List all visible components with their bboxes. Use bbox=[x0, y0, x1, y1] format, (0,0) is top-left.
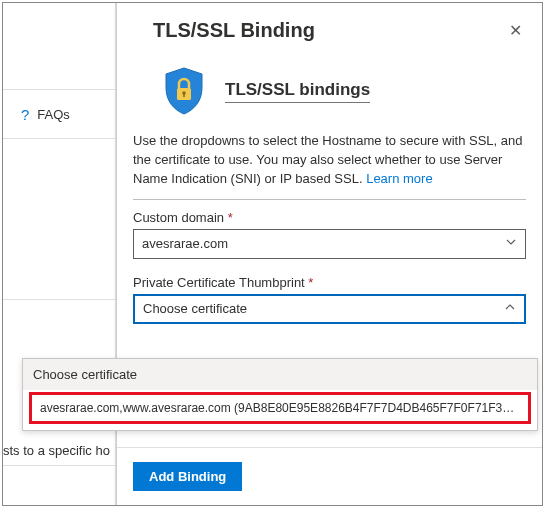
tls-ssl-binding-panel: TLS/SSL Binding ✕ TLS/SSL bindings Use t… bbox=[116, 3, 542, 505]
faqs-row[interactable]: ? FAQs bbox=[3, 89, 115, 139]
thumbprint-select[interactable]: Choose certificate bbox=[133, 294, 526, 324]
faqs-label: FAQs bbox=[37, 107, 70, 122]
dropdown-header: Choose certificate bbox=[23, 359, 537, 390]
bg-truncated-text: sts to a specific ho bbox=[3, 443, 110, 458]
question-icon: ? bbox=[21, 106, 29, 123]
thumbprint-dropdown: Choose certificate avesrarae.com,www.ave… bbox=[22, 358, 538, 431]
thumbprint-label: Private Certificate Thumbprint * bbox=[133, 275, 526, 290]
close-icon[interactable]: ✕ bbox=[509, 21, 522, 40]
panel-title: TLS/SSL Binding bbox=[153, 19, 315, 42]
chevron-down-icon bbox=[505, 236, 517, 251]
panel-header: TLS/SSL Binding ✕ bbox=[117, 3, 542, 54]
desc-text: Use the dropdowns to select the Hostname… bbox=[133, 133, 523, 186]
panel-subheader: TLS/SSL bindings bbox=[133, 54, 526, 128]
custom-domain-value: avesrarae.com bbox=[142, 236, 228, 251]
chevron-up-icon bbox=[504, 301, 516, 316]
panel-footer: Add Binding bbox=[117, 447, 542, 505]
required-marker: * bbox=[308, 275, 313, 290]
bg-divider-bottom bbox=[3, 465, 115, 466]
panel-description: Use the dropdowns to select the Hostname… bbox=[133, 128, 526, 195]
required-marker: * bbox=[228, 210, 233, 225]
svg-rect-2 bbox=[183, 93, 185, 97]
panel-divider bbox=[133, 199, 526, 200]
shield-lock-icon bbox=[163, 66, 205, 116]
add-binding-button[interactable]: Add Binding bbox=[133, 462, 242, 491]
custom-domain-label: Custom domain * bbox=[133, 210, 526, 225]
custom-domain-label-text: Custom domain bbox=[133, 210, 224, 225]
dropdown-item[interactable]: avesrarae.com,www.avesrarae.com (9AB8E80… bbox=[32, 395, 528, 421]
thumbprint-label-text: Private Certificate Thumbprint bbox=[133, 275, 305, 290]
custom-domain-select[interactable]: avesrarae.com bbox=[133, 229, 526, 259]
learn-more-link[interactable]: Learn more bbox=[366, 171, 432, 186]
thumbprint-value: Choose certificate bbox=[143, 301, 247, 316]
panel-body: TLS/SSL bindings Use the dropdowns to se… bbox=[117, 54, 542, 447]
bg-divider-mid bbox=[3, 299, 115, 300]
dropdown-highlight: avesrarae.com,www.avesrarae.com (9AB8E80… bbox=[29, 392, 531, 424]
sub-title: TLS/SSL bindings bbox=[225, 80, 370, 103]
